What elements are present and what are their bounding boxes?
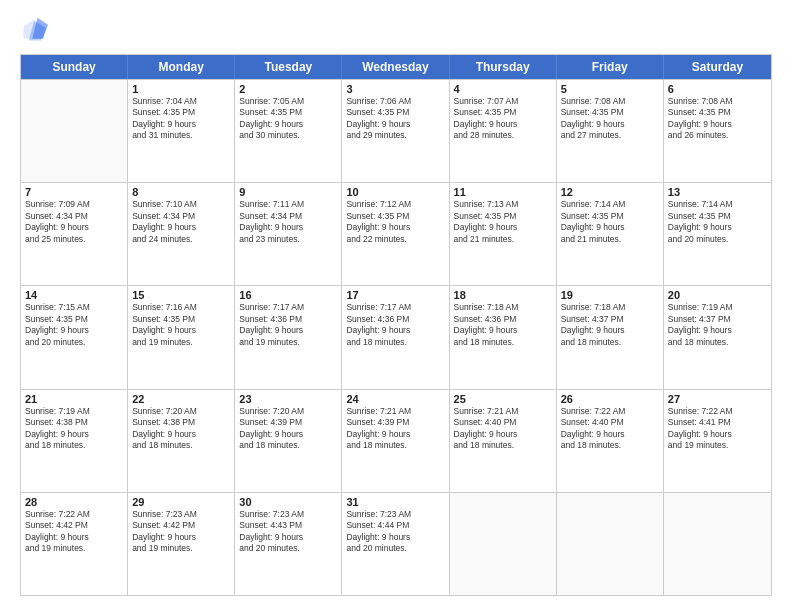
weekday-header: Friday — [557, 55, 664, 79]
calendar: SundayMondayTuesdayWednesdayThursdayFrid… — [20, 54, 772, 596]
day-info: Sunrise: 7:17 AM Sunset: 4:36 PM Dayligh… — [346, 302, 444, 348]
calendar-row: 1Sunrise: 7:04 AM Sunset: 4:35 PM Daylig… — [21, 79, 771, 182]
day-info: Sunrise: 7:21 AM Sunset: 4:39 PM Dayligh… — [346, 406, 444, 452]
day-number: 17 — [346, 289, 444, 301]
calendar-cell: 28Sunrise: 7:22 AM Sunset: 4:42 PM Dayli… — [21, 493, 128, 595]
day-number: 14 — [25, 289, 123, 301]
weekday-header: Wednesday — [342, 55, 449, 79]
weekday-header: Tuesday — [235, 55, 342, 79]
calendar-cell: 24Sunrise: 7:21 AM Sunset: 4:39 PM Dayli… — [342, 390, 449, 492]
day-info: Sunrise: 7:14 AM Sunset: 4:35 PM Dayligh… — [668, 199, 767, 245]
calendar-cell: 13Sunrise: 7:14 AM Sunset: 4:35 PM Dayli… — [664, 183, 771, 285]
day-number: 7 — [25, 186, 123, 198]
day-info: Sunrise: 7:22 AM Sunset: 4:41 PM Dayligh… — [668, 406, 767, 452]
day-number: 11 — [454, 186, 552, 198]
day-number: 2 — [239, 83, 337, 95]
day-info: Sunrise: 7:10 AM Sunset: 4:34 PM Dayligh… — [132, 199, 230, 245]
calendar-cell — [557, 493, 664, 595]
day-info: Sunrise: 7:07 AM Sunset: 4:35 PM Dayligh… — [454, 96, 552, 142]
calendar-cell: 29Sunrise: 7:23 AM Sunset: 4:42 PM Dayli… — [128, 493, 235, 595]
calendar-cell: 8Sunrise: 7:10 AM Sunset: 4:34 PM Daylig… — [128, 183, 235, 285]
day-info: Sunrise: 7:22 AM Sunset: 4:40 PM Dayligh… — [561, 406, 659, 452]
day-info: Sunrise: 7:06 AM Sunset: 4:35 PM Dayligh… — [346, 96, 444, 142]
calendar-row: 21Sunrise: 7:19 AM Sunset: 4:38 PM Dayli… — [21, 389, 771, 492]
day-info: Sunrise: 7:22 AM Sunset: 4:42 PM Dayligh… — [25, 509, 123, 555]
calendar-row: 28Sunrise: 7:22 AM Sunset: 4:42 PM Dayli… — [21, 492, 771, 595]
calendar-cell: 27Sunrise: 7:22 AM Sunset: 4:41 PM Dayli… — [664, 390, 771, 492]
logo-icon — [20, 16, 48, 44]
day-info: Sunrise: 7:19 AM Sunset: 4:38 PM Dayligh… — [25, 406, 123, 452]
day-info: Sunrise: 7:17 AM Sunset: 4:36 PM Dayligh… — [239, 302, 337, 348]
calendar-cell: 31Sunrise: 7:23 AM Sunset: 4:44 PM Dayli… — [342, 493, 449, 595]
calendar-cell: 30Sunrise: 7:23 AM Sunset: 4:43 PM Dayli… — [235, 493, 342, 595]
day-number: 8 — [132, 186, 230, 198]
day-number: 23 — [239, 393, 337, 405]
calendar-cell: 4Sunrise: 7:07 AM Sunset: 4:35 PM Daylig… — [450, 80, 557, 182]
weekday-header: Sunday — [21, 55, 128, 79]
day-number: 15 — [132, 289, 230, 301]
calendar-cell: 19Sunrise: 7:18 AM Sunset: 4:37 PM Dayli… — [557, 286, 664, 388]
day-number: 21 — [25, 393, 123, 405]
day-number: 4 — [454, 83, 552, 95]
day-info: Sunrise: 7:11 AM Sunset: 4:34 PM Dayligh… — [239, 199, 337, 245]
calendar-cell: 17Sunrise: 7:17 AM Sunset: 4:36 PM Dayli… — [342, 286, 449, 388]
calendar-cell: 6Sunrise: 7:08 AM Sunset: 4:35 PM Daylig… — [664, 80, 771, 182]
day-number: 3 — [346, 83, 444, 95]
logo — [20, 16, 50, 44]
calendar-cell: 15Sunrise: 7:16 AM Sunset: 4:35 PM Dayli… — [128, 286, 235, 388]
calendar-cell: 20Sunrise: 7:19 AM Sunset: 4:37 PM Dayli… — [664, 286, 771, 388]
day-number: 31 — [346, 496, 444, 508]
calendar-cell: 25Sunrise: 7:21 AM Sunset: 4:40 PM Dayli… — [450, 390, 557, 492]
calendar-cell: 5Sunrise: 7:08 AM Sunset: 4:35 PM Daylig… — [557, 80, 664, 182]
day-info: Sunrise: 7:16 AM Sunset: 4:35 PM Dayligh… — [132, 302, 230, 348]
day-number: 25 — [454, 393, 552, 405]
page: SundayMondayTuesdayWednesdayThursdayFrid… — [0, 0, 792, 612]
day-info: Sunrise: 7:19 AM Sunset: 4:37 PM Dayligh… — [668, 302, 767, 348]
calendar-cell — [664, 493, 771, 595]
calendar-cell: 3Sunrise: 7:06 AM Sunset: 4:35 PM Daylig… — [342, 80, 449, 182]
calendar-cell: 18Sunrise: 7:18 AM Sunset: 4:36 PM Dayli… — [450, 286, 557, 388]
day-number: 27 — [668, 393, 767, 405]
day-info: Sunrise: 7:13 AM Sunset: 4:35 PM Dayligh… — [454, 199, 552, 245]
day-number: 12 — [561, 186, 659, 198]
calendar-cell: 10Sunrise: 7:12 AM Sunset: 4:35 PM Dayli… — [342, 183, 449, 285]
day-number: 22 — [132, 393, 230, 405]
day-number: 1 — [132, 83, 230, 95]
day-info: Sunrise: 7:18 AM Sunset: 4:36 PM Dayligh… — [454, 302, 552, 348]
calendar-cell: 2Sunrise: 7:05 AM Sunset: 4:35 PM Daylig… — [235, 80, 342, 182]
day-info: Sunrise: 7:23 AM Sunset: 4:43 PM Dayligh… — [239, 509, 337, 555]
day-info: Sunrise: 7:23 AM Sunset: 4:44 PM Dayligh… — [346, 509, 444, 555]
calendar-row: 14Sunrise: 7:15 AM Sunset: 4:35 PM Dayli… — [21, 285, 771, 388]
calendar-body: 1Sunrise: 7:04 AM Sunset: 4:35 PM Daylig… — [21, 79, 771, 595]
calendar-cell: 23Sunrise: 7:20 AM Sunset: 4:39 PM Dayli… — [235, 390, 342, 492]
day-info: Sunrise: 7:12 AM Sunset: 4:35 PM Dayligh… — [346, 199, 444, 245]
day-number: 19 — [561, 289, 659, 301]
calendar-header: SundayMondayTuesdayWednesdayThursdayFrid… — [21, 55, 771, 79]
day-number: 9 — [239, 186, 337, 198]
calendar-cell: 22Sunrise: 7:20 AM Sunset: 4:38 PM Dayli… — [128, 390, 235, 492]
calendar-cell: 26Sunrise: 7:22 AM Sunset: 4:40 PM Dayli… — [557, 390, 664, 492]
calendar-cell: 14Sunrise: 7:15 AM Sunset: 4:35 PM Dayli… — [21, 286, 128, 388]
weekday-header: Saturday — [664, 55, 771, 79]
day-number: 18 — [454, 289, 552, 301]
weekday-header: Monday — [128, 55, 235, 79]
calendar-cell: 7Sunrise: 7:09 AM Sunset: 4:34 PM Daylig… — [21, 183, 128, 285]
day-info: Sunrise: 7:14 AM Sunset: 4:35 PM Dayligh… — [561, 199, 659, 245]
calendar-cell: 9Sunrise: 7:11 AM Sunset: 4:34 PM Daylig… — [235, 183, 342, 285]
day-info: Sunrise: 7:20 AM Sunset: 4:38 PM Dayligh… — [132, 406, 230, 452]
day-number: 28 — [25, 496, 123, 508]
day-number: 5 — [561, 83, 659, 95]
day-info: Sunrise: 7:05 AM Sunset: 4:35 PM Dayligh… — [239, 96, 337, 142]
day-info: Sunrise: 7:21 AM Sunset: 4:40 PM Dayligh… — [454, 406, 552, 452]
day-number: 29 — [132, 496, 230, 508]
calendar-cell: 21Sunrise: 7:19 AM Sunset: 4:38 PM Dayli… — [21, 390, 128, 492]
calendar-cell: 12Sunrise: 7:14 AM Sunset: 4:35 PM Dayli… — [557, 183, 664, 285]
day-number: 10 — [346, 186, 444, 198]
day-number: 16 — [239, 289, 337, 301]
weekday-header: Thursday — [450, 55, 557, 79]
day-info: Sunrise: 7:04 AM Sunset: 4:35 PM Dayligh… — [132, 96, 230, 142]
day-info: Sunrise: 7:20 AM Sunset: 4:39 PM Dayligh… — [239, 406, 337, 452]
day-info: Sunrise: 7:18 AM Sunset: 4:37 PM Dayligh… — [561, 302, 659, 348]
day-info: Sunrise: 7:09 AM Sunset: 4:34 PM Dayligh… — [25, 199, 123, 245]
day-info: Sunrise: 7:08 AM Sunset: 4:35 PM Dayligh… — [561, 96, 659, 142]
